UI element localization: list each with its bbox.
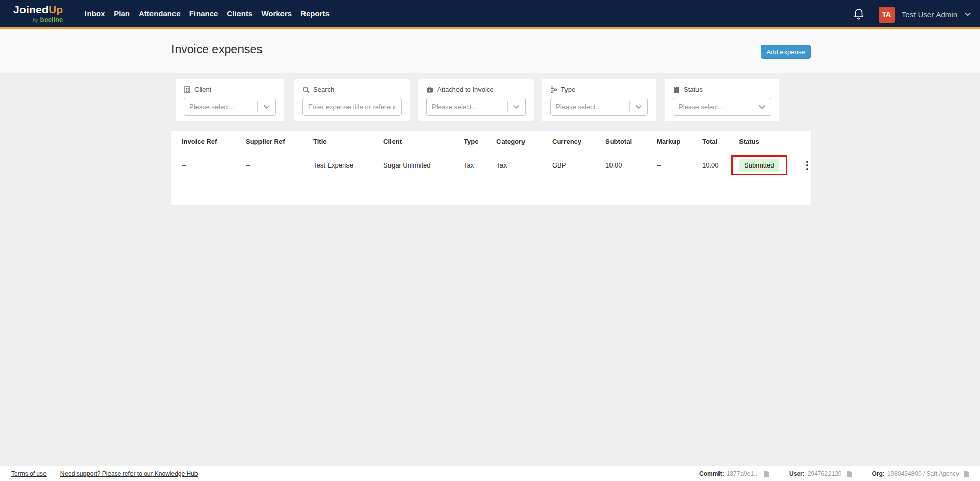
expenses-table: Invoice Ref Supplier Ref Title Client Ty… [171,131,811,205]
filter-card-attached-to-invoice: Attached to Invoice Please select... [418,79,534,121]
nav-item-finance[interactable]: Finance [188,6,220,21]
logo-beeline-text: beeline [40,16,63,24]
clipboard-icon [673,86,680,93]
nav-item-workers[interactable]: Workers [260,6,293,21]
footer: Terms of use Need support? Please refer … [0,466,980,481]
footer-meta: Commit: 1877a9e1... User: 2947622120 Org… [699,470,970,477]
col-header-client: Client [383,138,464,145]
attached-select-placeholder: Please select... [432,103,507,111]
navbar-right: TA Test User Admin [853,0,971,29]
filter-card-search: Search [294,79,410,121]
search-icon [302,86,310,93]
logo-wordmark: JoinedUp [13,4,63,15]
col-header-invoice-ref: Invoice Ref [182,138,246,145]
user-menu-chevron-down-icon[interactable] [965,12,971,16]
org-meta: Org: 1980434800 / Salt Agency [872,470,970,477]
attached-to-invoice-select[interactable]: Please select... [426,98,526,116]
copy-user-icon[interactable] [846,470,853,477]
logo-byline: by beeline [13,15,63,24]
cell-currency: GBP [552,161,605,169]
commit-meta: Commit: 1877a9e1... [699,470,770,477]
org-value: 1980434800 / Salt Agency [887,470,959,477]
copy-commit-icon[interactable] [763,470,770,477]
cell-status: Submitted [739,153,801,177]
col-header-supplier-ref: Supplier Ref [246,138,313,145]
user-value: 2947622120 [808,470,842,477]
logo-by-text: by [33,18,38,23]
user-menu-name[interactable]: Test User Admin [902,10,957,19]
filter-attached-label-row: Attached to Invoice [426,86,526,93]
table-header-row: Invoice Ref Supplier Ref Title Client Ty… [171,131,811,153]
client-select-placeholder: Please select... [189,103,257,111]
col-header-title: Title [313,138,383,145]
cell-subtotal: 10.00 [605,161,657,169]
cell-type: Tax [464,161,496,169]
col-header-markup: Markup [657,138,702,145]
nav-item-plan[interactable]: Plan [113,6,131,21]
filter-attached-label: Attached to Invoice [437,86,494,93]
page-title: Invoice expenses [171,43,263,56]
status-select-placeholder: Please select... [679,103,753,111]
footer-links: Terms of use Need support? Please refer … [11,470,198,477]
nav-item-reports[interactable]: Reports [299,6,331,21]
add-expense-button[interactable]: Add expense [761,45,811,59]
type-select-placeholder: Please select... [556,103,629,111]
user-meta: User: 2947622120 [789,470,852,477]
user-label: User: [789,470,805,477]
knowledge-hub-link[interactable]: Need support? Please refer to our Knowle… [60,470,198,477]
filter-status-label-row: Status [673,86,771,93]
cell-supplier-ref: -- [246,161,313,169]
commit-value: 1877a9e1... [727,470,759,477]
main-nav: Inbox Plan Attendance Finance Clients Wo… [83,6,331,21]
building-icon [184,86,191,93]
filter-card-client: Client Please select... [176,79,284,121]
sitemap-icon [550,86,557,93]
filter-card-status: Status Please select... [665,79,779,121]
filter-type-label: Type [561,86,575,93]
col-header-currency: Currency [552,138,605,145]
nav-item-clients[interactable]: Clients [226,6,253,21]
col-header-type: Type [464,138,496,145]
col-header-total: Total [702,138,739,145]
col-header-subtotal: Subtotal [605,138,657,145]
copy-org-icon[interactable] [963,470,970,477]
nav-item-attendance[interactable]: Attendance [138,6,182,21]
cell-title: Test Expense [313,161,383,169]
logo-joined-text: Joined [13,4,49,15]
cell-markup: -- [657,161,702,169]
cell-client: Sugar Unlimited [383,161,464,169]
cell-invoice-ref: -- [182,161,246,169]
row-actions-kebab-icon[interactable] [801,159,813,172]
filter-client-label-row: Client [184,86,276,93]
type-select[interactable]: Please select... [550,98,648,116]
client-select[interactable]: Please select... [184,98,276,116]
nav-item-inbox[interactable]: Inbox [83,6,106,21]
search-input[interactable] [302,98,402,116]
cell-category: Tax [496,161,552,169]
chevron-down-icon[interactable] [630,104,647,109]
org-label: Org: [872,470,885,477]
page-header: Invoice expenses Add expense [0,30,980,73]
status-badge: Submitted [739,159,779,172]
filter-type-label-row: Type [550,86,648,93]
table-row: -- -- Test Expense Sugar Unlimited Tax T… [171,153,811,177]
commit-label: Commit: [699,470,724,477]
notifications-bell-icon[interactable] [853,8,864,20]
joinedup-logo[interactable]: JoinedUp by beeline [13,4,63,24]
user-avatar[interactable]: TA [879,7,895,23]
col-header-status: Status [739,138,801,145]
filter-status-label: Status [684,86,703,93]
chevron-down-icon[interactable] [753,104,771,109]
terms-of-use-link[interactable]: Terms of use [11,470,47,477]
annotation-highlight: Submitted [731,155,787,175]
top-navbar: JoinedUp by beeline Inbox Plan Attendanc… [0,0,980,29]
briefcase-icon [426,86,433,93]
chevron-down-icon[interactable] [508,104,525,109]
filter-client-label: Client [194,86,211,93]
col-header-category: Category [496,138,552,145]
filter-card-type: Type Please select... [542,79,656,121]
filter-search-label: Search [313,86,334,93]
status-select[interactable]: Please select... [673,98,771,116]
chevron-down-icon[interactable] [258,104,275,109]
logo-up-text: Up [49,4,63,15]
